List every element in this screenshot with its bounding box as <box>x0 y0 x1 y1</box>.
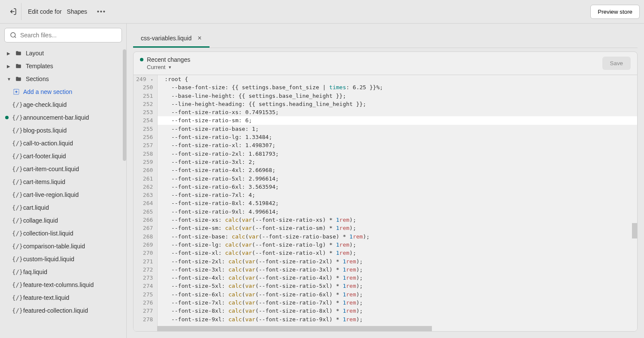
liquid-file-icon: {/} <box>12 269 21 275</box>
file-label: call-to-action.liquid <box>23 140 73 147</box>
file-row[interactable]: {/}cart.liquid <box>4 201 122 214</box>
theme-name[interactable]: Shapes <box>67 8 87 15</box>
add-section-label: Add a new section <box>23 88 72 95</box>
code-line: --font-size-ratio-6xl: 3.563594; <box>164 183 637 191</box>
code-content[interactable]: :root { --base-font-size: {{ settings.ba… <box>158 75 637 331</box>
code-line: --font-size-ratio-2xl: 1.681793; <box>164 150 637 158</box>
search-box[interactable] <box>4 28 122 42</box>
file-row[interactable]: {/}featured-collection.liquid <box>4 304 122 317</box>
file-label: custom-liquid.liquid <box>23 256 74 263</box>
file-tree: ▶ Layout ▶ Templates ▼ Sections Add a ne… <box>4 47 122 334</box>
file-label: cart-item-count.liquid <box>23 166 79 172</box>
file-label: blog-posts.liquid <box>23 127 67 134</box>
modified-dot-icon <box>140 58 143 61</box>
main-area: ▶ Layout ▶ Templates ▼ Sections Add a ne… <box>0 24 644 338</box>
code-line: --font-size-sm: calc(var(--font-size-rat… <box>164 224 637 232</box>
close-icon[interactable]: × <box>197 34 201 42</box>
file-row[interactable]: {/}cart-items.liquid <box>4 175 122 188</box>
folder-layout[interactable]: ▶ Layout <box>4 47 122 60</box>
code-line: --font-size-6xl: calc(var(--font-size-ra… <box>164 290 637 299</box>
code-line: --font-size-ratio-7xl: 4; <box>164 191 637 199</box>
file-row[interactable]: {/}cart-item-count.liquid <box>4 163 122 175</box>
svg-point-0 <box>11 33 15 37</box>
tab-css-variables[interactable]: css-variables.liquid × <box>133 30 210 48</box>
code-line: :root { <box>164 75 637 83</box>
more-button[interactable]: ••• <box>94 5 109 18</box>
liquid-file-icon: {/} <box>12 294 21 301</box>
file-row[interactable]: {/}announcement-bar.liquid <box>4 111 122 124</box>
file-label: featured-collection.liquid <box>23 307 88 314</box>
file-row[interactable]: {/}faq.liquid <box>4 266 122 278</box>
code-line: --font-size-3xl: calc(var(--font-size-ra… <box>164 266 637 274</box>
liquid-file-icon: {/} <box>12 114 21 121</box>
file-label: collage.liquid <box>23 217 58 224</box>
folder-icon <box>15 76 22 82</box>
liquid-file-icon: {/} <box>12 166 21 172</box>
vertical-scrollbar[interactable] <box>632 223 637 238</box>
code-line: --font-size-ratio-5xl: 2.996614; <box>164 175 637 183</box>
code-editor[interactable]: 249 ▾25025125225325425525625725825926026… <box>134 75 637 331</box>
liquid-file-icon: {/} <box>12 204 21 211</box>
exit-icon <box>9 8 17 15</box>
file-label: faq.liquid <box>23 269 47 275</box>
liquid-file-icon: {/} <box>12 307 21 314</box>
search-input[interactable] <box>20 32 116 39</box>
editor-frame: Recent changes Current ▼ Save 249 ▾25025… <box>133 51 638 332</box>
exit-button[interactable] <box>4 3 21 20</box>
file-label: announcement-bar.liquid <box>23 114 89 121</box>
code-line: --font-size-base: calc(var(--font-size-r… <box>164 232 637 241</box>
preview-store-button[interactable]: Preview store <box>590 5 640 19</box>
code-line: --font-size-ratio-lg: 1.33484; <box>164 133 637 141</box>
code-line: --base-font-size: {{ settings.base_font_… <box>164 83 637 91</box>
file-row[interactable]: {/}call-to-action.liquid <box>4 137 122 150</box>
file-row[interactable]: {/}age-check.liquid <box>4 98 122 111</box>
horizontal-scrollbar[interactable] <box>157 326 432 331</box>
editor-area: css-variables.liquid × Recent changes Cu… <box>127 24 644 338</box>
file-label: cart-items.liquid <box>23 178 65 185</box>
file-row[interactable]: {/}custom-liquid.liquid <box>4 253 122 266</box>
file-label: feature-text-columns.liquid <box>23 281 94 288</box>
sidebar-scrollbar[interactable] <box>123 49 126 161</box>
file-label: cart-footer.liquid <box>23 153 66 160</box>
code-line: --font-size-5xl: calc(var(--font-size-ra… <box>164 282 637 290</box>
folder-label: Sections <box>26 75 49 82</box>
file-row[interactable]: {/}feature-text.liquid <box>4 291 122 304</box>
liquid-file-icon: {/} <box>12 178 21 185</box>
add-section-icon <box>12 88 21 95</box>
folder-label: Layout <box>26 50 44 57</box>
folder-templates[interactable]: ▶ Templates <box>4 60 122 72</box>
liquid-file-icon: {/} <box>12 127 21 134</box>
chevron-down-icon: ▼ <box>168 65 172 69</box>
liquid-file-icon: {/} <box>12 140 21 147</box>
editor-header: Recent changes Current ▼ Save <box>134 52 637 75</box>
breadcrumb: Edit code for Shapes <box>28 8 87 15</box>
file-label: cart-live-region.liquid <box>23 191 79 198</box>
file-row[interactable]: {/}collage.liquid <box>4 214 122 227</box>
file-label: comparison-table.liquid <box>23 243 85 250</box>
add-section-button[interactable]: Add a new section <box>4 85 122 98</box>
save-button[interactable]: Save <box>602 57 631 70</box>
file-row[interactable]: {/}blog-posts.liquid <box>4 124 122 137</box>
file-row[interactable]: {/}cart-footer.liquid <box>4 150 122 163</box>
code-line: --base-line-height: {{ settings.base_lin… <box>164 92 637 100</box>
file-row[interactable]: {/}cart-live-region.liquid <box>4 188 122 201</box>
folder-icon <box>15 63 22 69</box>
version-label: Current <box>147 64 165 70</box>
liquid-file-icon: {/} <box>12 153 21 160</box>
file-row[interactable]: {/}feature-text-columns.liquid <box>4 278 122 291</box>
folder-sections[interactable]: ▼ Sections <box>4 72 122 85</box>
line-gutter: 249 ▾25025125225325425525625725825926026… <box>134 75 158 331</box>
liquid-file-icon: {/} <box>12 256 21 263</box>
liquid-file-icon: {/} <box>12 281 21 288</box>
code-line: --font-size-7xl: calc(var(--font-size-ra… <box>164 299 637 307</box>
code-line: --font-size-9xl: calc(var(--font-size-ra… <box>164 315 637 323</box>
tab-label: css-variables.liquid <box>141 35 191 42</box>
version-dropdown[interactable]: Current ▼ <box>140 64 602 70</box>
code-line: --font-size-ratio-xs: 0.7491535; <box>164 108 637 116</box>
code-line: --font-size-ratio-3xl: 2; <box>164 158 637 166</box>
folder-icon <box>15 50 22 56</box>
chevron-right-icon: ▶ <box>7 51 13 56</box>
file-row[interactable]: {/}collection-list.liquid <box>4 227 122 240</box>
file-row[interactable]: {/}comparison-table.liquid <box>4 240 122 253</box>
sidebar: ▶ Layout ▶ Templates ▼ Sections Add a ne… <box>0 24 127 338</box>
